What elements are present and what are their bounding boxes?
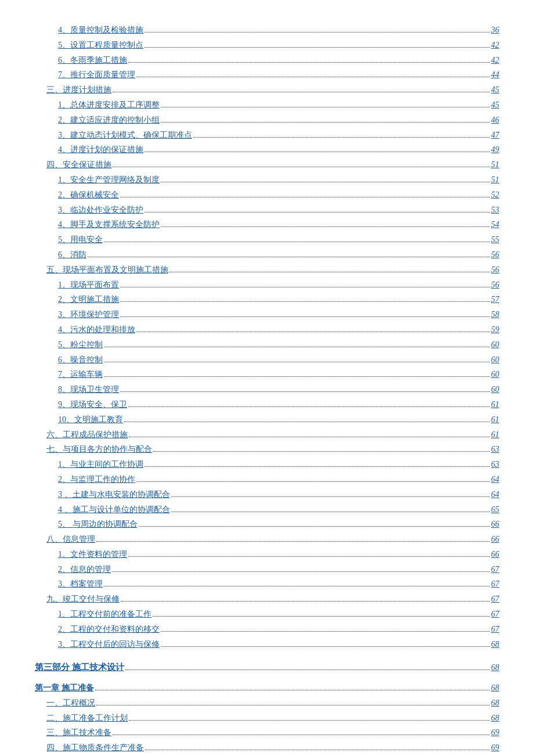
toc-item: 1、安全生产管理网络及制度 51 [35,173,499,187]
toc-dot-leader [145,742,490,750]
toc-page-number: 51 [491,158,499,172]
toc-item: 二、施工准备工作计划 68 [35,711,499,725]
toc-dot-leader [96,697,490,705]
toc-dot-leader [113,159,490,167]
toc-dot-leader [95,682,490,690]
toc-item: 4、脚手及支撑系统安全防护 54 [35,218,499,232]
toc-label: 7、运输车辆 [35,368,103,381]
toc-dot-leader [136,474,490,482]
toc-label: 3、环境保护管理 [35,308,119,322]
toc-dot-leader [193,129,490,138]
toc-page-number: 68 [491,696,499,710]
toc-page-number: 55 [491,233,499,247]
toc-item: 七、与项目各方的协作与配合 63 [35,442,499,456]
toc-label: 5、粉尘控制 [35,338,103,352]
toc-dot-leader [121,593,490,602]
toc-page-number: 45 [491,83,499,97]
toc-label: 三、进度计划措施 [35,83,111,97]
toc-dot-leader [104,234,490,242]
toc-item: 6、消防 56 [35,248,499,262]
toc-dot-leader [161,99,490,107]
toc-page-number: 66 [491,517,499,531]
toc-label: 7、推行全面质量管理 [35,68,135,82]
toc-label: 七、与项目各方的协作与配合 [35,442,152,456]
toc-label: 5、 与周边的协调配合 [35,517,138,531]
toc-page-number: 69 [491,726,499,740]
toc-dot-leader [104,578,490,586]
toc-item: 四、安全保证措施 51 [35,158,499,172]
toc-item: 1、与业主间的工作协调 63 [35,458,499,471]
toc-label: 4、污水的处理和排放 [35,323,135,337]
toc-label: 1、总体进度安排及工序调整 [35,98,160,112]
toc-dot-leader [153,609,490,617]
toc-label: 6、噪音控制 [35,353,103,367]
toc-dot-leader [104,369,490,377]
toc-dot-leader [113,727,490,735]
toc-dot-leader [145,24,490,33]
toc-label: 6、冬雨季施工措施 [35,53,127,67]
toc-dot-leader [139,519,490,527]
toc-label: 2、与监理工作的协作 [35,473,135,487]
toc-page-number: 60 [491,383,499,397]
toc-item: 六、工程成品保护措施 61 [35,428,499,442]
toc-page-number: 67 [491,607,499,621]
toc-dot-leader [120,189,490,197]
toc-item: 三、施工技术准备 69 [35,726,499,740]
toc-dot-leader [96,534,490,542]
toc-label: 3 、土建与水电安装的协调配合 [35,488,170,502]
toc-page-number: 64 [491,488,499,502]
toc-item: 3、临边处作业安全防护 53 [35,203,499,217]
toc-label: 第三部分 施工技术设计 [35,660,124,675]
toc-dot-leader [120,309,490,317]
toc-dot-leader [136,69,490,77]
toc-label: 3、临边处作业安全防护 [35,203,143,217]
toc-dot-leader [161,219,490,227]
toc-item: 九、竣工交付与保修 67 [35,592,499,606]
toc-item: 2、确保机械安全 52 [35,188,499,202]
toc-label: 五、现场平面布置及文明施工措施 [35,263,168,277]
toc-item: 2、建立适应进度的控制小组 46 [35,113,499,127]
toc-item: 4、进度计划的保证措施 49 [35,143,499,157]
toc-dot-leader [171,489,490,497]
toc-item: 第三部分 施工技术设计 68 [35,652,499,675]
toc-label: 二、施工准备工作计划 [35,711,128,725]
toc-page-number: 66 [491,548,499,561]
toc-label: 2、文明施工措施 [35,293,119,307]
toc-item: 1、总体进度安排及工序调整 45 [35,98,499,112]
toc-page-number: 56 [491,278,499,292]
toc-label: 2、信息的管理 [35,563,111,577]
toc-dot-leader [161,639,490,647]
toc-page-number: 68 [491,711,499,725]
toc-dot-leader [128,55,490,63]
toc-label: 9、现场安全、保卫 [35,398,127,412]
toc-item: 6、噪音控制 60 [35,353,499,367]
toc-page-number: 44 [491,68,499,82]
toc-page-number: 63 [491,458,499,471]
toc-item: 6、冬雨季施工措施 42 [35,53,499,67]
toc-page-number: 61 [491,413,499,427]
toc-page-number: 47 [491,128,499,142]
toc-item: 4、污水的处理和排放 59 [35,323,499,337]
toc-dot-leader [145,204,490,213]
toc-item: 5、用电安全 55 [35,233,499,247]
toc-page-number: 54 [491,218,499,232]
toc-item: 7、推行全面质量管理 44 [35,68,499,82]
toc-dot-leader [88,249,490,257]
toc-item: 10、文明施工教育 61 [35,413,499,427]
toc-dot-leader [128,549,490,557]
toc-page-number: 61 [491,398,499,412]
toc-item: 3、环境保护管理 58 [35,308,499,322]
toc-dot-leader [129,712,490,721]
toc-dot-leader [124,414,490,422]
toc-item: 3、建立动态计划模式、确保工期准点 47 [35,128,499,142]
toc-page-number: 60 [491,338,499,352]
toc-dot-leader [104,339,490,347]
toc-label: 6、消防 [35,248,86,262]
toc-page-number: 46 [491,113,499,127]
toc-dot-leader [171,504,490,512]
toc-item: 4、质量控制及检验措施 36 [35,23,499,37]
toc-dot-leader [161,114,490,123]
toc-page-number: 64 [491,473,499,487]
toc-item: 1、现场平面布置 56 [35,278,499,292]
toc-dot-leader [113,84,490,92]
